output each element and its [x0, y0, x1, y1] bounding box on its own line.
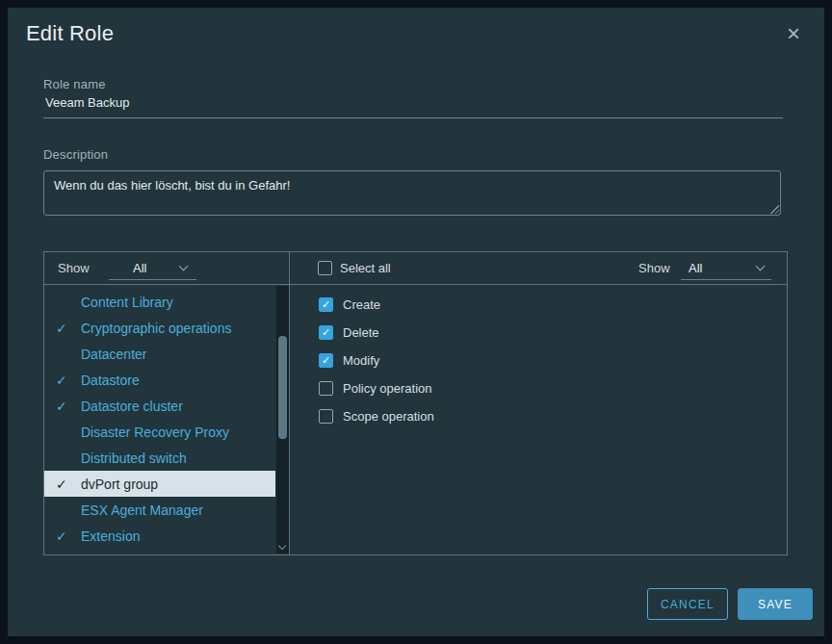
category-item-label: Content Library	[81, 295, 173, 310]
privileges-show-value: All	[689, 261, 702, 275]
category-item-label: Disaster Recovery Proxy	[81, 425, 229, 440]
category-item-label: Datastore	[81, 373, 140, 388]
category-item[interactable]: Content Library	[44, 289, 275, 315]
category-item[interactable]: ✓Datastore cluster	[44, 393, 275, 419]
privilege-checkbox[interactable]: ✓	[319, 353, 333, 368]
category-item-label: Distributed switch	[81, 451, 187, 466]
select-all-checkbox[interactable]	[318, 261, 332, 275]
category-item[interactable]: Disaster Recovery Proxy	[44, 419, 275, 445]
category-check-icon: ✓	[56, 528, 81, 544]
cancel-button[interactable]: CANCEL	[647, 588, 728, 620]
category-item[interactable]: Datacenter	[44, 341, 275, 367]
description-label: Description	[43, 147, 108, 162]
select-all-label: Select all	[340, 261, 391, 275]
privileges-show-label: Show	[638, 261, 670, 275]
page: Edit Role × Role name Description Wenn d…	[0, 0, 832, 644]
description-textarea[interactable]: Wenn du das hier löscht, bist du in Gefa…	[43, 170, 781, 216]
category-check-icon: ✓	[56, 477, 81, 492]
category-scrollbar[interactable]	[276, 286, 289, 554]
category-item[interactable]: ✓Extension	[44, 523, 275, 549]
chevron-down-icon	[179, 262, 189, 271]
role-name-label: Role name	[43, 77, 106, 91]
category-item[interactable]: ✓Cryptographic operations	[44, 315, 275, 341]
category-item-label: dvPort group	[81, 477, 158, 492]
category-item[interactable]: ✓Datastore	[44, 367, 275, 393]
privilege-checkbox[interactable]	[319, 409, 333, 424]
category-scrollbar-thumb[interactable]	[278, 336, 287, 439]
privilege-checkbox[interactable]: ✓	[319, 325, 333, 340]
privileges-pane-header: Select all Show All	[290, 252, 787, 285]
privilege-item: Scope operation	[319, 402, 777, 430]
category-item-label: ESX Agent Manager	[81, 502, 203, 518]
category-item-label: Cryptographic operations	[81, 321, 231, 336]
close-icon[interactable]: ×	[782, 23, 805, 46]
privilege-item-label: Create	[343, 297, 380, 312]
category-item[interactable]: External stats provider	[44, 549, 275, 554]
privilege-item: ✓Create	[319, 291, 777, 319]
category-check-icon: ✓	[56, 399, 81, 414]
privilege-item-label: Delete	[343, 325, 379, 340]
privilege-list: ✓Create✓Delete✓ModifyPolicy operationSco…	[319, 291, 777, 430]
category-item-label: Extension	[81, 528, 140, 544]
privilege-item: ✓Modify	[319, 347, 777, 374]
category-item[interactable]: Distributed switch	[44, 445, 275, 471]
role-name-input[interactable]	[43, 92, 783, 118]
category-check-icon: ✓	[56, 373, 81, 388]
category-item[interactable]: ✓dvPort group	[44, 471, 275, 497]
category-item-label: Datastore cluster	[81, 399, 183, 414]
privilege-item-label: Policy operation	[343, 381, 432, 396]
categories-show-select[interactable]: All	[109, 257, 196, 280]
category-list: Content Library✓Cryptographic operations…	[44, 289, 275, 554]
categories-pane: Show All Content Library✓Cryptographic o…	[43, 251, 290, 555]
categories-show-label: Show	[58, 261, 90, 275]
privilege-checkbox[interactable]	[319, 381, 333, 396]
categories-show-value: All	[133, 261, 146, 275]
category-item[interactable]: ESX Agent Manager	[44, 497, 275, 523]
privilege-item-label: Scope operation	[343, 409, 434, 424]
privilege-checkbox[interactable]: ✓	[319, 297, 333, 312]
privileges-pane: Select all Show All ✓Create✓Delete✓Modif…	[289, 251, 788, 555]
privileges-show-select[interactable]: All	[681, 257, 771, 280]
category-item-label: Datacenter	[81, 347, 146, 362]
chevron-down-icon	[756, 262, 766, 271]
category-check-icon: ✓	[56, 321, 81, 336]
privilege-item: ✓Delete	[319, 319, 777, 347]
save-button[interactable]: SAVE	[738, 588, 813, 620]
categories-pane-header: Show All	[44, 252, 289, 285]
privilege-item-label: Modify	[343, 353, 379, 368]
scrollbar-down-arrow-icon[interactable]	[278, 542, 286, 550]
edit-role-dialog: Edit Role × Role name Description Wenn d…	[8, 8, 824, 636]
description-field-wrap: Wenn du das hier löscht, bist du in Gefa…	[43, 170, 781, 216]
dialog-title: Edit Role	[26, 21, 114, 46]
privilege-item: Policy operation	[319, 374, 777, 402]
